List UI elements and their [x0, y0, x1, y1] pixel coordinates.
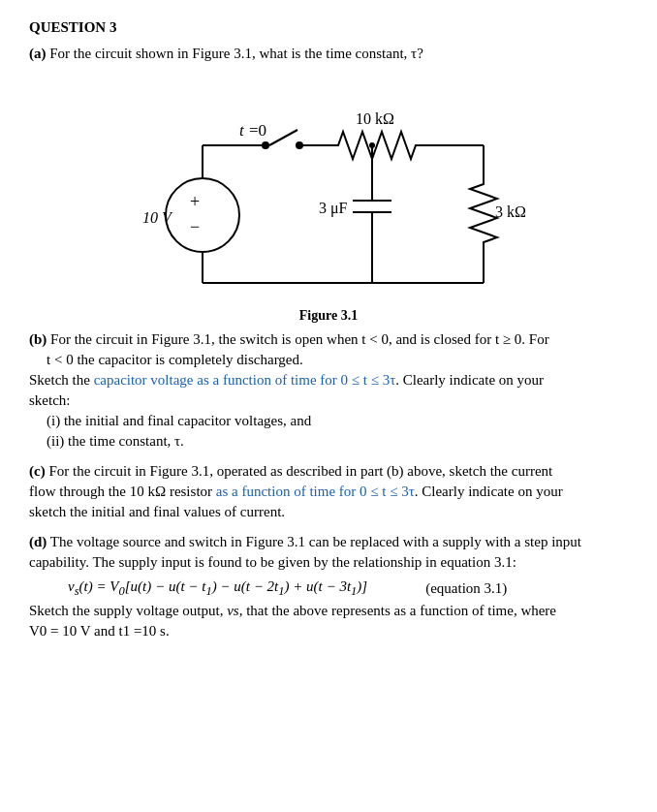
- part-a-label: (a): [29, 46, 47, 61]
- part-a-content: For the circuit shown in Figure 3.1, wha…: [49, 46, 423, 61]
- svg-text:=0: =0: [249, 121, 266, 140]
- svg-text:3 kΩ: 3 kΩ: [495, 203, 526, 220]
- part-c-line1: For the circuit in Figure 3.1, operated …: [48, 463, 552, 479]
- part-c-line2: flow through the 10 kΩ resistor as a fun…: [29, 484, 628, 500]
- equation-text: vs(t) = V0[u(t) − u(t − t1) − u(t − 2t1)…: [68, 578, 367, 599]
- part-b-sub2: (ii) the time constant, τ.: [47, 433, 628, 450]
- part-d-line1: The voltage source and switch in Figure …: [50, 534, 581, 549]
- part-b-sub1: (i) the initial and final capacitor volt…: [47, 413, 628, 429]
- circuit-figure: + − 10 V t =0 10 kΩ 3 kΩ: [29, 79, 628, 324]
- part-b-label: (b): [29, 331, 47, 347]
- figure-caption: Figure 3.1: [299, 308, 358, 324]
- svg-text:+: +: [190, 192, 200, 211]
- part-b-line3: Sketch the capacitor voltage as a functi…: [29, 372, 628, 389]
- part-c-label: (c): [29, 463, 46, 479]
- question-title: QUESTION 3: [29, 19, 628, 36]
- part-b-line1: For the circuit in Figure 3.1, the switc…: [50, 331, 549, 347]
- equation-label: (equation 3.1): [425, 580, 507, 597]
- part-b-line2: t < 0 the capacitor is completely discha…: [47, 352, 628, 368]
- part-c-line2-pre: flow through the 10 kΩ resistor: [29, 484, 216, 499]
- svg-line-7: [269, 130, 297, 145]
- svg-point-0: [166, 178, 239, 252]
- part-d-line2: capability. The supply input is found to…: [29, 554, 628, 571]
- svg-text:3 μF: 3 μF: [319, 200, 348, 217]
- part-b: (b) For the circuit in Figure 3.1, the s…: [29, 331, 628, 450]
- part-b-line4: sketch:: [29, 392, 628, 409]
- part-d-line4: V0 = 10 V and t1 =10 s.: [29, 623, 628, 640]
- part-d-label: (d): [29, 534, 47, 549]
- vs-italic: vs: [227, 603, 239, 618]
- part-c-line2-post: . Clearly indicate on your: [415, 484, 563, 499]
- svg-text:t: t: [239, 121, 245, 140]
- svg-point-24: [369, 142, 375, 148]
- part-c-line3: sketch the initial and final values of c…: [29, 504, 628, 520]
- svg-text:−: −: [190, 217, 200, 236]
- svg-text:10 V: 10 V: [142, 209, 173, 226]
- part-c: (c) For the circuit in Figure 3.1, opera…: [29, 463, 628, 520]
- part-d-line3: Sketch the supply voltage output, vs, th…: [29, 603, 628, 619]
- part-a: (a) For the circuit shown in Figure 3.1,…: [29, 46, 628, 62]
- circuit-diagram: + − 10 V t =0 10 kΩ 3 kΩ: [125, 79, 532, 302]
- svg-text:10 kΩ: 10 kΩ: [356, 110, 394, 127]
- part-d: (d) The voltage source and switch in Fig…: [29, 534, 628, 640]
- part-c-line2-blue: as a function of time for 0 ≤ t ≤ 3τ: [216, 484, 415, 499]
- equation-block: vs(t) = V0[u(t) − u(t − t1) − u(t − 2t1)…: [68, 578, 628, 599]
- svg-point-6: [262, 141, 269, 149]
